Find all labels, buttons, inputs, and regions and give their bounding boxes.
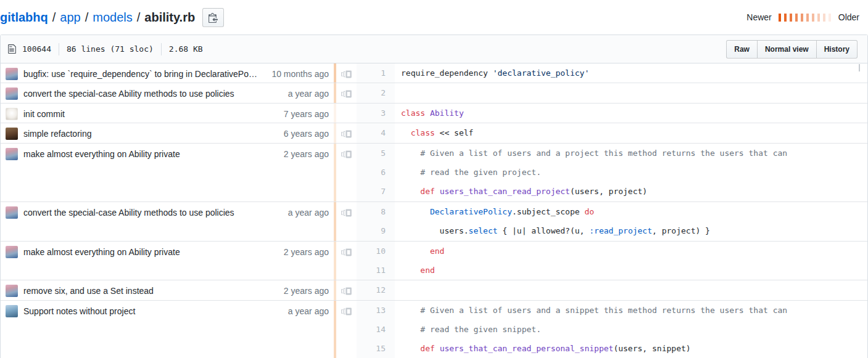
versions-icon[interactable] <box>341 148 352 163</box>
author-avatar[interactable] <box>6 68 18 80</box>
commit-message-link[interactable]: make almost everything on Ability privat… <box>23 245 276 259</box>
code-token: class <box>411 128 435 137</box>
author-avatar[interactable] <box>6 305 18 317</box>
commit-cell: remove six, and use a Set instead2 years… <box>1 280 334 299</box>
commit-date: 2 years ago <box>284 245 329 259</box>
scrollbar-thumb[interactable] <box>859 64 860 71</box>
versions-icon[interactable] <box>341 285 352 299</box>
line-number[interactable]: 13 <box>357 301 395 320</box>
commit-message-link[interactable]: make almost everything on Ability privat… <box>23 147 276 161</box>
commit-cell: Support notes without projecta year ago <box>1 301 334 358</box>
breadcrumb: gitlabhq / app / models / ability.rb <box>0 8 224 27</box>
copy-path-button[interactable] <box>202 8 224 27</box>
blame-row: simple refactoring6 years ago4 class << … <box>1 123 867 142</box>
line-number[interactable]: 11 <box>357 261 395 280</box>
code-token <box>401 306 420 315</box>
code-token: :read_project <box>589 226 652 235</box>
versions-icon[interactable] <box>341 88 352 102</box>
code-line-row: 3class Ability <box>357 104 867 123</box>
code-line-row: 7 def users_that_can_read_project(users,… <box>357 182 867 201</box>
breadcrumb-repo-link[interactable]: gitlabhq <box>0 10 48 25</box>
blame-row: init commit7 years ago3class Ability <box>1 103 867 123</box>
commit-message-link[interactable]: Support notes without project <box>23 304 281 318</box>
code-line-row: 6 # read the given project. <box>357 163 867 182</box>
line-number[interactable]: 7 <box>357 182 395 201</box>
normal-view-button[interactable]: Normal view <box>757 40 817 59</box>
raw-button[interactable]: Raw <box>726 40 758 59</box>
line-number[interactable]: 9 <box>357 221 395 240</box>
code-line <box>395 83 867 102</box>
versions-icon[interactable] <box>341 306 352 320</box>
author-avatar[interactable] <box>6 128 18 140</box>
blame-table: bugfix: use `require_dependency` to brin… <box>1 63 867 358</box>
code-token: class <box>401 108 425 118</box>
code-token: users. <box>401 226 469 235</box>
code-line-row: 10 end <box>357 242 867 261</box>
code-token: def <box>420 344 434 353</box>
commit-cell: make almost everything on Ability privat… <box>1 242 334 280</box>
code-token: << self <box>435 128 474 137</box>
line-number[interactable]: 6 <box>357 163 395 182</box>
author-avatar[interactable] <box>6 246 18 258</box>
line-number[interactable]: 1 <box>357 63 395 83</box>
versions-icon[interactable] <box>341 246 352 261</box>
author-avatar[interactable] <box>6 206 18 219</box>
versions-icon[interactable] <box>341 128 352 142</box>
code-token: users_that_can_read_personal_snippet <box>440 344 614 353</box>
file-box: 100644 86 lines (71 sloc) 2.68 KB Raw No… <box>0 35 868 358</box>
code-token: { |u| allowed?(u, <box>498 226 590 235</box>
line-number[interactable]: 2 <box>357 83 395 102</box>
commit-message-link[interactable]: convert the special-case Ability methods… <box>23 206 281 219</box>
legend-heat-bar <box>790 14 792 22</box>
versions-icon[interactable] <box>341 68 352 83</box>
blame-row: remove six, and use a Set instead2 years… <box>1 280 867 299</box>
lines-cell: 12 <box>357 280 867 299</box>
breadcrumb-separator: / <box>137 10 141 25</box>
breadcrumb-dir-models[interactable]: models <box>93 10 132 25</box>
commit-message-link[interactable]: convert the special-case Ability methods… <box>23 87 281 100</box>
line-number[interactable]: 10 <box>357 242 395 261</box>
code-token <box>401 246 430 256</box>
author-avatar[interactable] <box>6 108 18 120</box>
author-avatar[interactable] <box>6 148 18 160</box>
versions-icon[interactable] <box>341 207 352 221</box>
lines-cell: 8 DeclarativePolicy.subject_scope do9 us… <box>357 202 867 241</box>
commit-cell: make almost everything on Ability privat… <box>1 144 334 201</box>
code-token: DeclarativePolicy <box>430 207 512 216</box>
breadcrumb-dir-app[interactable]: app <box>60 10 80 25</box>
history-button[interactable]: History <box>816 40 858 59</box>
author-avatar[interactable] <box>6 87 18 100</box>
legend-heat-bar <box>784 14 787 22</box>
legend-heat-bars <box>777 14 833 22</box>
line-number[interactable]: 8 <box>357 202 395 221</box>
line-number[interactable]: 14 <box>357 320 395 339</box>
code-token <box>435 344 440 353</box>
commit-message-link[interactable]: simple refactoring <box>23 127 276 140</box>
line-number[interactable]: 3 <box>357 104 395 123</box>
legend-newer-label: Newer <box>746 12 771 22</box>
code-line: class Ability <box>395 104 867 123</box>
breadcrumb-separator: / <box>52 10 56 25</box>
commit-message-link[interactable]: bugfix: use `require_dependency` to brin… <box>23 67 264 81</box>
line-number[interactable]: 12 <box>357 280 395 299</box>
commit-message-link[interactable]: init commit <box>23 107 276 121</box>
legend-heat-bar <box>812 14 814 22</box>
code-line-row: 4 class << self <box>357 123 867 142</box>
clipboard-copy-icon <box>209 12 218 23</box>
file-mode: 100644 <box>22 44 51 54</box>
code-line <box>395 280 867 299</box>
code-token: (users, project) <box>570 187 647 196</box>
code-token <box>401 344 420 353</box>
line-number[interactable]: 4 <box>357 123 395 142</box>
code-line-row: 14 # read the given snippet. <box>357 320 867 339</box>
code-token <box>435 187 440 196</box>
reblame-cell <box>336 280 357 299</box>
file-info: 100644 86 lines (71 sloc) 2.68 KB <box>8 43 210 55</box>
line-number[interactable]: 15 <box>357 339 395 358</box>
line-number[interactable]: 5 <box>357 144 395 163</box>
author-avatar[interactable] <box>6 285 18 297</box>
legend-heat-bar <box>779 14 781 22</box>
code-line: users.select { |u| allowed?(u, :read_pro… <box>395 221 867 240</box>
commit-date: 10 months ago <box>271 67 329 81</box>
commit-message-link[interactable]: remove six, and use a Set instead <box>23 284 276 298</box>
